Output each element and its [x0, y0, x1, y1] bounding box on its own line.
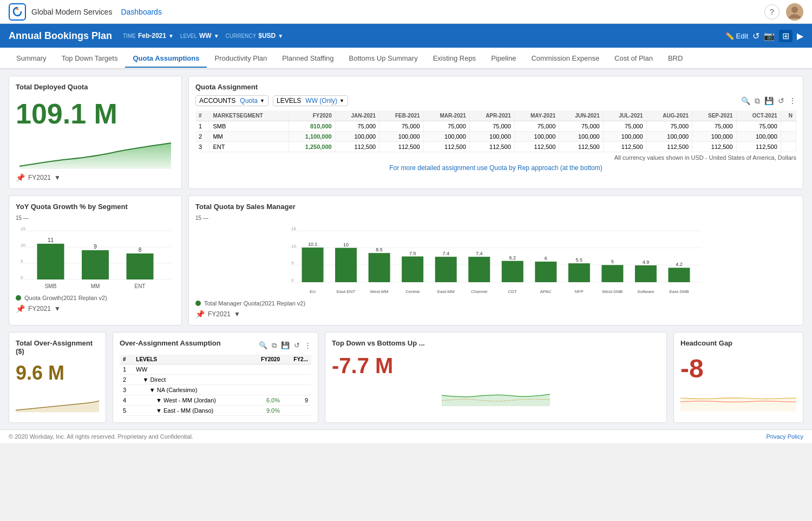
col-jan: JAN-2021 [335, 110, 379, 121]
ot-toolbar: 🔍 ⧉ 💾 ↺ ⋮ [259, 341, 311, 350]
col-more: N [781, 110, 796, 121]
footer: © 2020 Workday, Inc. All rights reserved… [0, 429, 812, 443]
svg-text:0: 0 [21, 275, 23, 280]
svg-rect-6 [37, 244, 64, 279]
time-filter[interactable]: TIME Feb-2021 ▼ [123, 32, 174, 40]
ot-refresh-icon[interactable]: ↺ [294, 341, 300, 350]
topdown-title: Top Down vs Bottoms Up ... [332, 339, 660, 347]
table-row: 2 MM 1,100,000 100,000 100,000 100,000 1… [195, 132, 796, 142]
search-icon[interactable]: 🔍 [741, 96, 750, 106]
ot-copy-icon[interactable]: ⧉ [272, 341, 277, 350]
edit-button[interactable]: ✏️ Edit [725, 32, 748, 40]
ot-col-levels: LEVELS [133, 355, 248, 364]
top-nav-right: ? [764, 3, 803, 21]
grid-button[interactable]: ⊞ [779, 30, 793, 42]
main-content: Total Deployed Quota 109.1 M 📌 FY2021 [0, 69, 812, 429]
tab-top-down[interactable]: Top Down Targets [54, 50, 126, 68]
col-apr: APR-2021 [469, 110, 514, 121]
tab-summary[interactable]: Summary [9, 50, 54, 68]
camera-button[interactable]: 📷 [764, 31, 775, 41]
footer-copyright: © 2020 Workday, Inc. All rights reserved… [9, 433, 193, 440]
svg-rect-53 [635, 265, 657, 282]
copy-icon[interactable]: ⧉ [755, 96, 760, 106]
tab-pipeline[interactable]: Pipeline [483, 50, 523, 68]
legend-dot [16, 295, 21, 301]
quota-hint: For more detailed assignment use Quota b… [195, 164, 796, 172]
ot-save-icon[interactable]: 💾 [281, 341, 290, 350]
svg-text:East-MM: East-MM [437, 289, 455, 294]
col-jul: JUL-2021 [603, 110, 646, 121]
ot-search-icon[interactable]: 🔍 [259, 341, 267, 350]
ot-col-fy2: FY2... [283, 355, 311, 364]
quota-assignment-card: Quota Assignment ACCOUNTS Quota ▼ LEVELS… [188, 76, 803, 189]
qm-dropdown[interactable]: ▼ [234, 310, 240, 318]
qm-legend-label: Total Manager Quota(2021 Replan v2) [204, 300, 305, 307]
quota-assignment-title: Quota Assignment [195, 83, 796, 91]
currency-filter[interactable]: CURRENCY $USD ▼ [226, 32, 284, 40]
svg-text:6: 6 [545, 256, 547, 261]
pin-button[interactable]: 📌 [16, 173, 25, 182]
over-assignment-table-card: Over-Assignment Assumption 🔍 ⧉ 💾 ↺ ⋮ # L… [113, 332, 318, 423]
qa-toolbar: 🔍 ⧉ 💾 ↺ ⋮ [741, 96, 796, 106]
levels-selector[interactable]: LEVELS WW (Only) ▼ [273, 95, 348, 106]
video-button[interactable]: ▶ [797, 31, 803, 41]
table-row: 3 ENT 1,250,000 112,500 112,500 112,500 … [195, 142, 796, 152]
col-mar: MAR-2021 [423, 110, 469, 121]
svg-text:SMB: SMB [45, 283, 57, 289]
quota-card-title: Total Deployed Quota [16, 83, 175, 91]
headcount-value: -8 [680, 354, 796, 383]
yoy-pin-button[interactable]: 📌 [16, 304, 25, 313]
qm-footer: 📌 FY2021 ▼ [195, 310, 796, 318]
yoy-title: YoY Quota Growth % by Segment [16, 203, 175, 211]
over-assign-title: Total Over-Assignment ($) [16, 339, 99, 355]
yoy-legend-label: Quota Growth(2021 Replan v2) [24, 295, 107, 301]
help-icon[interactable]: ? [764, 4, 780, 19]
svg-rect-41 [502, 261, 523, 282]
more-icon[interactable]: ⋮ [789, 96, 796, 106]
refresh-icon[interactable]: ↺ [778, 96, 784, 106]
svg-text:5: 5 [291, 260, 294, 265]
tab-existing-reps[interactable]: Existing Reps [425, 50, 483, 68]
filter-group: TIME Feb-2021 ▼ LEVEL WW ▼ CURRENCY $USD… [123, 32, 283, 40]
tab-bottoms-up[interactable]: Bottoms Up Summary [341, 50, 425, 68]
svg-text:6.2: 6.2 [509, 255, 516, 260]
over-sparkline [16, 391, 99, 413]
qm-y-label: 15 — [195, 215, 796, 221]
yoy-y-label: 15 — [16, 215, 175, 221]
yoy-dropdown[interactable]: ▼ [54, 305, 61, 312]
privacy-policy-link[interactable]: Privacy Policy [767, 433, 803, 440]
svg-text:5: 5 [611, 259, 614, 264]
tab-commission[interactable]: Commission Expense [523, 50, 607, 68]
svg-text:Software: Software [637, 289, 654, 294]
tab-productivity[interactable]: Productivity Plan [207, 50, 274, 68]
svg-rect-50 [601, 265, 623, 282]
quota-manager-title: Total Quota by Sales Manager [195, 203, 796, 211]
col-segment: MARKETSEGMENT [209, 110, 289, 121]
tab-quota-assumptions[interactable]: Quota Assumptions [125, 50, 207, 68]
accounts-selector[interactable]: ACCOUNTS Quota ▼ [195, 95, 269, 106]
svg-text:Channel: Channel [471, 289, 487, 294]
tabs-bar: Summary Top Down Targets Quota Assumptio… [0, 48, 812, 69]
tab-cost-of-plan[interactable]: Cost of Plan [607, 50, 660, 68]
header-right: ✏️ Edit ↺ 📷 ⊞ ▶ [725, 30, 803, 42]
list-item: 1 WW [120, 364, 311, 375]
col-feb: FEB-2021 [379, 110, 423, 121]
col-may: MAY-2021 [514, 110, 559, 121]
svg-text:ENT: ENT [135, 283, 146, 289]
refresh-button[interactable]: ↺ [752, 31, 759, 41]
svg-text:East-ENT: East-ENT [337, 289, 356, 294]
tab-planned-staffing[interactable]: Planned Staffing [274, 50, 341, 68]
ot-more-icon[interactable]: ⋮ [304, 341, 311, 350]
headcount-title: Headcount Gap [680, 339, 796, 347]
svg-text:11: 11 [48, 237, 54, 243]
tab-brd[interactable]: BRD [660, 50, 690, 68]
svg-text:15: 15 [291, 226, 296, 231]
quota-dropdown-arrow[interactable]: ▼ [54, 174, 61, 181]
dashboards-link[interactable]: Dashboards [121, 8, 162, 16]
level-filter[interactable]: LEVEL WW ▼ [180, 32, 219, 40]
qm-pin-button[interactable]: 📌 [195, 310, 205, 318]
save-icon[interactable]: 💾 [764, 96, 774, 106]
list-item: 3 ▼ NA (Carlesimo) [120, 385, 311, 395]
yoy-footer: 📌 FY2021 ▼ [16, 304, 175, 313]
col-oct: OCT-2021 [736, 110, 781, 121]
